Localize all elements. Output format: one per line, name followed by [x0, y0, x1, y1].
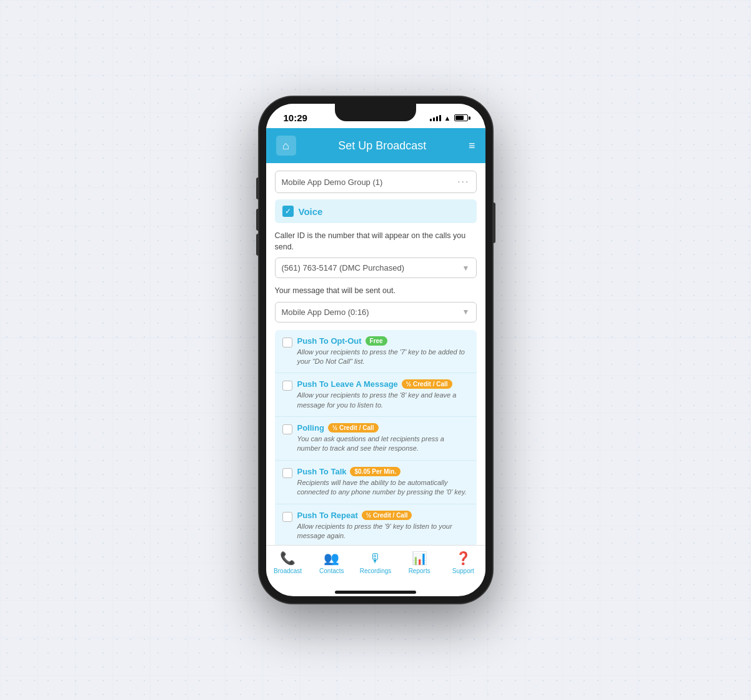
- caller-id-value: (561) 763-5147 (DMC Purchased): [282, 263, 405, 272]
- home-button[interactable]: ⌂: [276, 136, 296, 156]
- broadcast-label: Broadcast: [274, 568, 302, 574]
- phone-device: 10:29 ▲ ⌂: [259, 96, 493, 604]
- leave-message-title: Push To Leave A Message: [297, 379, 398, 389]
- opt-out-badge: Free: [366, 336, 387, 346]
- opt-out-description: Allow your recipients to press the '7' k…: [297, 348, 469, 367]
- signal-bars-icon: [430, 115, 441, 121]
- option-item-push-to-talk: Push To Talk $0.05 Per Min. Recipients w…: [275, 461, 477, 504]
- home-icon: ⌂: [282, 139, 289, 152]
- app-content: Mobile App Demo Group (1) ··· ✓ Voice Ca…: [266, 163, 485, 545]
- nav-item-reports[interactable]: 📊 Reports: [402, 551, 437, 574]
- option-item-push-to-repeat: Push To Repeat ½ Credit / Call Allow rec…: [275, 504, 477, 545]
- menu-icon: ≡: [469, 139, 475, 152]
- status-time: 10:29: [284, 112, 307, 123]
- leave-message-checkbox[interactable]: [282, 381, 292, 391]
- leave-message-content: Push To Leave A Message ½ Credit / Call …: [297, 379, 469, 410]
- push-to-talk-content: Push To Talk $0.05 Per Min. Recipients w…: [297, 467, 469, 498]
- support-icon: ❓: [455, 551, 471, 566]
- home-indicator: [335, 591, 416, 594]
- message-description: Your message that will be sent out.: [275, 286, 477, 297]
- signal-bar-1: [430, 119, 432, 121]
- push-to-repeat-content: Push To Repeat ½ Credit / Call Allow rec…: [297, 511, 469, 541]
- push-to-repeat-description: Allow recipients to press the '9' key to…: [297, 522, 469, 541]
- contacts-icon: 👥: [324, 551, 339, 566]
- phone-screen: 10:29 ▲ ⌂: [266, 104, 485, 596]
- page-title: Set Up Broadcast: [338, 139, 426, 152]
- push-to-repeat-badge: ½ Credit / Call: [362, 511, 412, 520]
- push-to-repeat-title: Push To Repeat: [297, 511, 358, 520]
- polling-badge: ½ Credit / Call: [328, 423, 379, 432]
- contacts-label: Contacts: [319, 568, 344, 574]
- push-to-talk-description: Recipients will have the ability to be a…: [297, 478, 469, 498]
- voice-label: Voice: [299, 206, 323, 217]
- signal-bar-3: [436, 116, 438, 121]
- recordings-icon: 🎙: [369, 551, 382, 566]
- reports-label: Reports: [409, 568, 430, 574]
- support-label: Support: [452, 568, 474, 574]
- wifi-icon: ▲: [444, 114, 451, 122]
- option-item-push-to-leave-message: Push To Leave A Message ½ Credit / Call …: [275, 373, 477, 417]
- signal-bar-4: [439, 115, 441, 121]
- polling-description: You can ask questions and let recipients…: [297, 434, 469, 454]
- message-value: Mobile App Demo (0:16): [282, 308, 369, 317]
- battery-icon: [454, 114, 468, 121]
- menu-button[interactable]: ≡: [469, 139, 475, 152]
- option-item-polling: Polling ½ Credit / Call You can ask ques…: [275, 417, 477, 461]
- nav-item-support[interactable]: ❓ Support: [446, 551, 480, 574]
- opt-out-content: Push To Opt-Out Free Allow your recipien…: [297, 336, 469, 367]
- caller-id-dropdown[interactable]: (561) 763-5147 (DMC Purchased) ▼: [275, 258, 477, 278]
- push-to-talk-title: Push To Talk: [297, 467, 347, 476]
- page-container: 10:29 ▲ ⌂: [259, 96, 493, 604]
- opt-out-title-row: Push To Opt-Out Free: [297, 336, 469, 346]
- dropdown-arrow-icon: ▼: [462, 308, 470, 316]
- push-to-talk-title-row: Push To Talk $0.05 Per Min.: [297, 467, 469, 476]
- leave-message-badge: ½ Credit / Call: [402, 379, 452, 389]
- polling-checkbox[interactable]: [282, 424, 292, 434]
- nav-item-contacts[interactable]: 👥 Contacts: [314, 551, 349, 574]
- nav-item-broadcast[interactable]: 📞 Broadcast: [271, 551, 305, 574]
- opt-out-title: Push To Opt-Out: [297, 336, 362, 346]
- bottom-nav: 📞 Broadcast 👥 Contacts 🎙 Recordings 📊 Re…: [266, 545, 485, 587]
- push-to-talk-badge: $0.05 Per Min.: [350, 467, 400, 476]
- opt-out-checkbox[interactable]: [282, 338, 292, 348]
- app-header: ⌂ Set Up Broadcast ≡: [266, 128, 485, 163]
- polling-content: Polling ½ Credit / Call You can ask ques…: [297, 423, 469, 454]
- group-selector-text: Mobile App Demo Group (1): [282, 178, 383, 187]
- push-to-repeat-checkbox[interactable]: [282, 512, 292, 522]
- option-item-push-to-opt-out: Push To Opt-Out Free Allow your recipien…: [275, 330, 477, 374]
- recordings-label: Recordings: [360, 568, 392, 574]
- status-icons: ▲: [430, 114, 468, 122]
- broadcast-icon: 📞: [280, 551, 296, 566]
- polling-title-row: Polling ½ Credit / Call: [297, 423, 469, 432]
- dropdown-arrow-icon: ▼: [462, 264, 470, 272]
- leave-message-description: Allow your recipients to press the '8' k…: [297, 391, 469, 410]
- battery-fill: [455, 116, 464, 120]
- signal-bar-2: [433, 118, 435, 121]
- reports-icon: 📊: [412, 551, 427, 566]
- group-selector[interactable]: Mobile App Demo Group (1) ···: [275, 171, 477, 193]
- checkmark-icon: ✓: [285, 207, 291, 216]
- group-selector-dots-icon: ···: [457, 176, 469, 188]
- leave-message-title-row: Push To Leave A Message ½ Credit / Call: [297, 379, 469, 389]
- push-to-repeat-title-row: Push To Repeat ½ Credit / Call: [297, 511, 469, 520]
- voice-checkbox[interactable]: ✓: [282, 206, 294, 217]
- push-to-talk-checkbox[interactable]: [282, 468, 292, 478]
- message-dropdown[interactable]: Mobile App Demo (0:16) ▼: [275, 302, 477, 322]
- phone-notch: [335, 104, 416, 121]
- polling-title: Polling: [297, 423, 324, 432]
- nav-item-recordings[interactable]: 🎙 Recordings: [358, 551, 392, 574]
- voice-section: ✓ Voice: [275, 199, 477, 223]
- options-section: Push To Opt-Out Free Allow your recipien…: [275, 330, 477, 546]
- caller-id-description: Caller ID is the number that will appear…: [275, 231, 477, 252]
